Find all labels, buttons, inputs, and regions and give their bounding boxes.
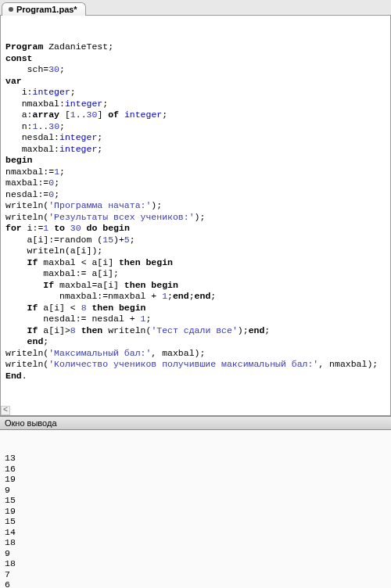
code-editor[interactable]: Program ZadanieTest;const sch=30;var i:i… xyxy=(0,16,391,416)
code-text: Program ZadanieTest;const sch=30;var i:i… xyxy=(5,41,386,382)
modified-icon xyxy=(9,7,13,12)
output-text: 131619915191514189187618Максимальный бал… xyxy=(5,453,386,588)
output-pane-title: Окно вывода xyxy=(0,416,391,430)
tab-bar: Program1.pas* xyxy=(0,0,391,16)
tab-label: Program1.pas* xyxy=(16,5,77,14)
file-tab[interactable]: Program1.pas* xyxy=(2,2,86,16)
scroll-left-indicator[interactable]: < xyxy=(1,406,10,415)
output-pane[interactable]: 131619915191514189187618Максимальный бал… xyxy=(0,430,391,588)
